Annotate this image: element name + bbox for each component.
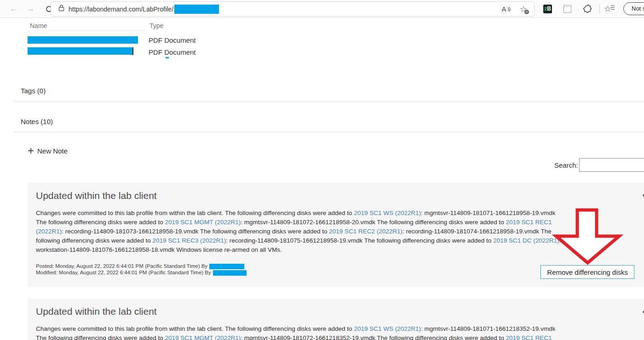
note-text-run: The following differencing disks were ad… [36, 334, 165, 340]
note-text-run: : mgmtsvr-114809-181072-1661218352-19.vm… [241, 334, 506, 340]
file-type-cell: PDF Document [149, 48, 196, 56]
note-posted-line: Posted: Monday, August 22, 2022 6:44:01 … [36, 263, 244, 269]
note-body: Changes were committed to this lab profi… [36, 324, 555, 340]
note-text-run: : mgmtsvr-114809-181071-1661218352-19.vm… [421, 325, 555, 332]
vm-link[interactable]: 2019 SC1 REC1 [506, 334, 552, 340]
note-text-line: The following differencing disks were ad… [36, 218, 561, 227]
vm-link[interactable]: 2019 SC1 REC3 (2022R1) [152, 237, 226, 244]
back-icon[interactable]: ← [8, 3, 20, 15]
new-note-label: New Note [37, 147, 68, 155]
vm-link[interactable]: 2019 SC1 MGMT (2022R1) [165, 219, 241, 226]
note-text-line: workstation-114809-181076-1661218958-18.… [36, 245, 561, 255]
modified-text: Modified: Monday, August 22, 2022 6:44:0… [36, 270, 211, 275]
plus-icon: + [28, 146, 34, 155]
tags-section-label[interactable]: Tags (0) [21, 87, 46, 95]
note-body: Changes were committed to this lab profi… [36, 209, 561, 255]
note-text-run: : [559, 237, 561, 244]
address-bar[interactable]: https://labondemand.com/LabProfile/ A ☆+ [51, 1, 535, 17]
note-modified-line: Modified: Monday, August 22, 2022 6:44:0… [36, 270, 247, 276]
note-text-line: The following differencing disks were ad… [36, 334, 555, 340]
header-underline [28, 30, 147, 31]
vm-link[interactable]: 2019 SC1 WS (2022R1) [354, 210, 421, 216]
note-title: Updated within the lab client [36, 190, 157, 201]
file-name-redaction-bar [28, 36, 138, 44]
text-caret [132, 47, 133, 55]
notes-section-label[interactable]: Notes (10) [21, 118, 53, 125]
url-text[interactable]: https://labondemand.com/LabProfile/ [69, 6, 173, 13]
note-title: Updated within the lab client [36, 306, 157, 317]
url-redaction-bar [174, 5, 219, 14]
divider [14, 132, 644, 132]
toolbar-divider [599, 5, 600, 13]
vm-link[interactable]: (2022R1) [36, 228, 62, 235]
vm-link[interactable]: 2019 SC1 WS (2022R1) [354, 325, 421, 332]
blank-page-icon[interactable] [564, 5, 571, 13]
note-text-run: following differencing disks were added … [36, 237, 152, 244]
note-card: Updated within the lab client Changes we… [28, 183, 644, 287]
read-aloud-icon[interactable]: A [499, 3, 513, 16]
author-redaction-bar [213, 270, 247, 276]
file-type-cell: PDF Document [149, 36, 196, 44]
note-text-line: Changes were committed to this lab profi… [36, 209, 561, 218]
author-redaction-bar [209, 264, 244, 269]
column-header-type[interactable]: Type [150, 22, 163, 29]
search-input[interactable] [579, 158, 644, 172]
note-text-run: : mgmtsvr-114809-181071-1661218958-19.vm… [421, 210, 555, 216]
note-text-run: Changes were committed to this lab profi… [36, 210, 354, 216]
note-text-run: : recording-114809-181074-1661218958-19.… [402, 228, 552, 235]
redaction-fragment [166, 57, 169, 58]
vm-link[interactable]: 2019 SC1 REC1 [506, 219, 552, 226]
note-text-run: : recording-114809-181075-1661218958-19.… [226, 237, 493, 244]
note-text-run: Changes were committed to this lab profi… [36, 325, 354, 332]
vm-link[interactable]: 2019 SC1 DC (2022R1) [493, 237, 559, 244]
add-favorite-icon[interactable]: ☆+ [517, 3, 530, 16]
new-note-button[interactable]: + New Note [28, 146, 68, 155]
zb-extension-icon[interactable]: zB [543, 5, 552, 13]
note-text-run: The following differencing disks were ad… [36, 219, 165, 226]
column-header-name[interactable]: Name [30, 22, 47, 29]
note-text-run: : mgmtsvr-114809-181072-1661218958-20.vm… [241, 219, 506, 226]
browser-toolbar: ← → https://labondemand.com/LabProfile/ … [0, 0, 644, 18]
vm-link[interactable]: 2019 SC1 REC2 (2022R1) [329, 228, 402, 235]
note-card: Updated within the lab client Changes we… [28, 299, 644, 340]
sync-status-pill[interactable]: Not sy [623, 2, 644, 15]
file-name-redaction-bar [28, 47, 132, 55]
note-text-line: (2022R1): recording-114809-181073-166121… [36, 227, 561, 236]
favorites-list-icon[interactable]: ☆ [604, 4, 611, 13]
divider [14, 102, 644, 102]
extensions-puzzle-icon[interactable] [583, 5, 592, 16]
note-text-line: Changes were committed to this lab profi… [36, 324, 555, 334]
vm-link[interactable]: 2019 SC1 MGMT (2022R1) [165, 334, 241, 340]
lock-icon [58, 5, 64, 13]
note-text-run: : recording-114809-181073-1661218958-19.… [62, 228, 329, 235]
forward-icon[interactable]: → [24, 3, 36, 15]
note-text-line: following differencing disks were added … [36, 236, 561, 245]
remove-differencing-disks-button[interactable]: Remove differencing disks [540, 265, 634, 279]
posted-text: Posted: Monday, August 22, 2022 6:44:01 … [36, 263, 207, 269]
note-text-run: workstation-114809-181076-1661218958-18.… [36, 246, 282, 253]
search-label: Search: [554, 161, 578, 169]
